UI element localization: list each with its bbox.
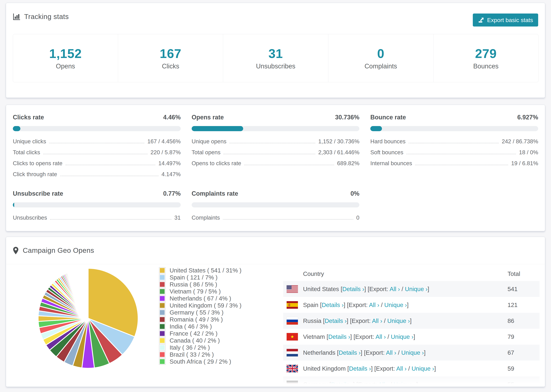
flag-icon-us — [287, 285, 298, 293]
rate-row: Click through rate 4.147% — [13, 169, 181, 180]
legend-label: United Kingdom ( 59 / 3% ) — [170, 302, 241, 309]
legend-item-vietnam[interactable]: Vietnam ( 79 / 5% ) — [159, 288, 241, 294]
export-all-link[interactable]: All › — [378, 381, 389, 387]
export-basic-stats-button[interactable]: Export basic stats — [473, 14, 538, 27]
legend-swatch — [159, 274, 165, 280]
rate-row-value: 0 — [356, 215, 359, 221]
details-link[interactable]: Details › — [349, 365, 371, 372]
rate-row-value: 14.497% — [158, 160, 181, 167]
total-cell: 59 — [508, 365, 514, 372]
export-all-link[interactable]: All › — [396, 365, 407, 372]
summary-stat-bounces: 279 Bounces — [433, 34, 538, 82]
details-link[interactable]: Details › — [339, 349, 360, 356]
legend-item-germany[interactable]: Germany ( 55 / 3% ) — [159, 309, 241, 315]
export-unique-link[interactable]: Unique › — [394, 381, 416, 387]
rate-row-value: 1,152 / 30.736% — [318, 138, 359, 145]
total-cell: 55 — [508, 381, 514, 387]
legend-item-india[interactable]: India ( 46 / 3% ) — [159, 323, 241, 329]
legend-item-italy[interactable]: Italy ( 36 / 2% ) — [159, 344, 241, 351]
bar-chart-icon — [13, 13, 20, 20]
rate-row-label: Unsubscribes — [13, 215, 47, 221]
legend-swatch — [159, 288, 165, 294]
summary-stat-clicks: 167 Clicks — [118, 34, 223, 82]
details-link[interactable]: Details › — [342, 286, 364, 292]
legend-label: Netherlands ( 67 / 4% ) — [170, 295, 231, 302]
pie-legend: United States ( 541 / 31% ) Spain ( 121 … — [159, 267, 241, 365]
dotted-leader — [224, 154, 315, 154]
details-link[interactable]: Details › — [328, 333, 350, 340]
legend-item-canada[interactable]: Canada ( 40 / 2% ) — [159, 337, 241, 343]
legend-item-russia[interactable]: Russia ( 86 / 5% ) — [159, 281, 241, 287]
details-link[interactable]: Details › — [322, 301, 344, 308]
country-cell: Netherlands [Details ›] [Export: All › /… — [303, 349, 426, 356]
legend-label: Romania ( 49 / 3% ) — [170, 316, 223, 323]
legend-item-france[interactable]: France ( 42 / 2% ) — [159, 330, 241, 336]
country-cell: Spain [Details ›] [Export: All › / Uniqu… — [303, 301, 409, 308]
legend-item-united-states[interactable]: United States ( 541 / 31% ) — [159, 267, 241, 273]
export-unique-link[interactable]: Unique › — [411, 365, 434, 372]
geo-country-table: Country Total United States [Details ›] … — [283, 267, 540, 387]
dotted-leader — [406, 154, 516, 154]
legend-label: Brazil ( 33 / 2% ) — [170, 351, 214, 358]
dotted-leader — [415, 165, 508, 165]
rate-row: Unsubscribes 31 — [13, 212, 181, 223]
export-all-link[interactable]: All › — [369, 301, 379, 308]
country-name: United States — [303, 286, 339, 292]
export-unique-link[interactable]: Unique › — [391, 333, 413, 340]
export-unique-link[interactable]: Unique › — [384, 301, 407, 308]
details-link[interactable]: Details › — [331, 381, 353, 387]
rate-row-value: 167 / 4.456% — [147, 138, 181, 145]
rate-progress-fill — [370, 126, 382, 131]
country-row-vn: Vietnam [Details ›] [Export: All › / Uni… — [283, 329, 540, 345]
rate-title: Complaints rate — [192, 190, 238, 197]
legend-label: Italy ( 36 / 2% ) — [170, 344, 210, 351]
legend-item-united-kingdom[interactable]: United Kingdom ( 59 / 3% ) — [159, 302, 241, 308]
legend-item-south-africa[interactable]: South Africa ( 29 / 2% ) — [159, 358, 241, 365]
legend-label: South Africa ( 29 / 2% ) — [170, 358, 231, 365]
export-all-link[interactable]: All › — [386, 349, 396, 356]
country-cell: Vietnam [Details ›] [Export: All › / Uni… — [303, 333, 415, 340]
flag-icon-vn — [287, 333, 298, 341]
total-cell: 86 — [508, 317, 514, 324]
export-all-link[interactable]: All › — [372, 317, 382, 324]
legend-item-netherlands[interactable]: Netherlands ( 67 / 4% ) — [159, 295, 241, 301]
total-cell: 79 — [508, 333, 514, 340]
rate-row-label: Click through rate — [13, 171, 57, 177]
export-all-link[interactable]: All › — [375, 333, 386, 340]
details-link[interactable]: Details › — [325, 317, 346, 324]
rate-value: 0.77% — [163, 190, 181, 197]
column-header-country: Country — [287, 270, 324, 277]
dotted-leader — [229, 143, 315, 143]
country-name: Spain — [303, 301, 318, 308]
rate-row: Unique clicks 167 / 4.456% — [13, 136, 181, 147]
dotted-leader — [50, 219, 171, 220]
legend-item-romania[interactable]: Romania ( 49 / 3% ) — [159, 316, 241, 322]
legend-item-brazil[interactable]: Brazil ( 33 / 2% ) — [159, 351, 241, 358]
export-all-link[interactable]: All › — [390, 286, 400, 292]
rate-row-value: 4.147% — [162, 171, 181, 177]
rate-row-value: 31 — [174, 215, 181, 221]
map-pin-icon — [13, 247, 19, 254]
stat-value: 167 — [160, 46, 181, 61]
legend-item-spain[interactable]: Spain ( 121 / 7% ) — [159, 274, 241, 280]
rate-title: Unsubscribe rate — [13, 190, 63, 197]
total-cell: 67 — [508, 349, 514, 356]
stat-label: Bounces — [473, 63, 498, 70]
rate-progress-track — [13, 202, 181, 207]
country-name: Russia — [303, 317, 321, 324]
geo-opens-pie-chart[interactable] — [36, 266, 140, 370]
export-unique-link[interactable]: Unique › — [401, 349, 424, 356]
rate-row-label: Clicks to opens rate — [13, 160, 63, 167]
country-row-us: United States [Details ›] [Export: All ›… — [283, 281, 540, 297]
rate-row-label: Internal bounces — [370, 160, 412, 167]
export-unique-link[interactable]: Unique › — [405, 286, 427, 292]
legend-swatch — [159, 302, 165, 308]
rate-row: Complaints 0 — [192, 212, 360, 223]
dotted-leader — [244, 165, 334, 165]
legend-swatch — [159, 331, 165, 336]
rate-row-value: 689.82% — [337, 160, 359, 167]
rate-title: Bounce rate — [370, 114, 406, 121]
export-unique-link[interactable]: Unique › — [387, 317, 410, 324]
legend-swatch — [159, 352, 165, 357]
rate-row: Opens to clicks rate 689.82% — [192, 158, 360, 169]
